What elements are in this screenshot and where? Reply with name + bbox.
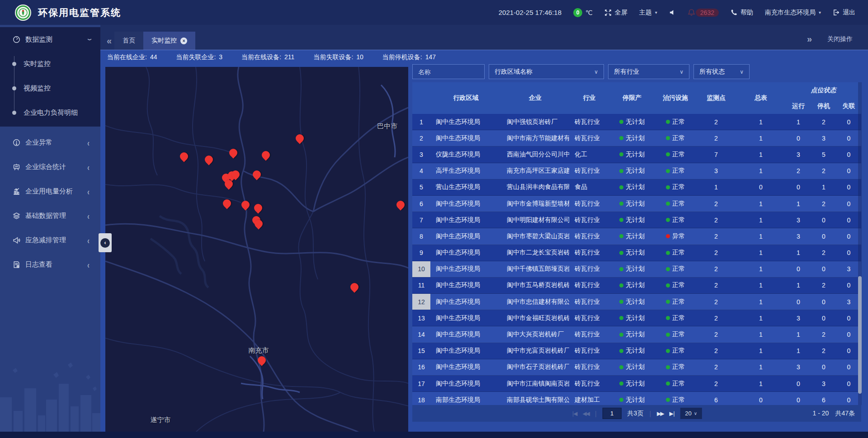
first-page-icon[interactable]: ∣◀ — [571, 410, 576, 417]
status-dot — [666, 398, 670, 402]
help-button[interactable]: 帮助 — [731, 9, 753, 17]
cell-meters: 1 — [736, 167, 786, 174]
region-filter-select[interactable]: 行政区域名称 ∨ — [489, 64, 604, 79]
alert-circle-icon — [13, 139, 20, 146]
cell-meters: 1 — [736, 315, 786, 322]
notification-button[interactable]: 2632 — [688, 9, 719, 17]
cell-facility: 正常 — [655, 298, 696, 306]
sidebar-item-数据监测[interactable]: 数据监测 ‹ — [0, 27, 100, 52]
cell-rownum: 14 — [412, 326, 430, 342]
cell-points: 1 — [696, 184, 736, 191]
cell-stop: 0 — [811, 217, 836, 224]
table-header: 行政区域 企业 行业 停限产 治污设施 监测点 总表 点位状态 运行 停机 失联 — [412, 82, 861, 114]
cell-facility: 正常 — [655, 347, 696, 355]
scrollbar-thumb[interactable] — [858, 276, 862, 394]
sidebar-item-企业用电量分析[interactable]: 企业用电量分析 ‹ — [0, 179, 100, 203]
table-row[interactable]: 13 阆中生态环境局 阆中市金福旺页岩机砖 砖瓦行业 无计划 正常 2 1 3 … — [412, 310, 861, 326]
cell-limit: 无计划 — [609, 347, 655, 355]
name-filter-input[interactable] — [412, 64, 485, 79]
sidebar-subitem-视频监控[interactable]: 视频监控 — [0, 76, 100, 100]
table-row[interactable]: 1 阆中生态环境局 阆中强锐页岩砖厂 砖瓦行业 无计划 正常 2 1 1 2 0 — [412, 114, 861, 130]
cell-industry: 砖瓦行业 — [569, 232, 609, 240]
speaker-mute-button[interactable] — [669, 9, 676, 16]
cell-region: 阆中生态环境局 — [430, 134, 501, 142]
table-row[interactable]: 5 营山生态环境局 营山县润丰肉食品有限 食品 无计划 正常 1 0 0 1 0 — [412, 179, 861, 196]
sidebar-section: 数据监测 ‹ 实时监控 视频监控 企业电力负荷明细 — [0, 27, 100, 127]
cell-facility: 正常 — [655, 216, 696, 224]
cell-meters: 1 — [736, 380, 786, 387]
layers-icon — [13, 212, 20, 220]
fullscreen-button[interactable]: 全屏 — [604, 9, 627, 17]
cell-meters: 1 — [736, 135, 786, 142]
cell-region: 高坪生态环境局 — [430, 167, 501, 175]
theme-menu-button[interactable]: 主题 ▾ — [639, 9, 657, 17]
tabs-scroll-right-icon[interactable]: » — [807, 34, 812, 44]
sidebar-subitem-企业电力负荷明细[interactable]: 企业电力负荷明细 — [0, 100, 100, 125]
sidebar-item-企业异常[interactable]: 企业异常 ‹ — [0, 130, 100, 155]
stat-item: 当前失联企业: 3 — [176, 53, 222, 61]
table-row[interactable]: 11 阆中生态环境局 阆中市五马桥页岩机砖 砖瓦行业 无计划 正常 2 1 1 … — [412, 278, 861, 294]
last-page-icon[interactable]: ▶∣ — [670, 410, 675, 417]
cell-industry: 砖瓦行业 — [569, 363, 609, 371]
total-count-label: 共47条 — [835, 410, 855, 418]
status-dot — [666, 381, 670, 386]
tab-close-icon[interactable]: × — [180, 38, 187, 44]
stat-item: 当前停机设备: 147 — [382, 53, 436, 61]
logout-button[interactable]: 退出 — [833, 9, 855, 17]
sidebar-item-基础数据管理[interactable]: 基础数据管理 ‹ — [0, 203, 100, 228]
sidebar-item-label: 基础数据管理 — [25, 212, 66, 220]
status-dot — [619, 234, 623, 238]
table-row[interactable]: 4 高坪生态环境局 南充市高坪区王家店建 砖瓦行业 无计划 正常 3 1 2 2… — [412, 163, 861, 179]
close-operations-button[interactable]: 关闭操作 — [827, 35, 853, 43]
cell-stop: 2 — [811, 282, 836, 289]
col-industry: 行业 — [569, 82, 609, 114]
page-title: 环保用电监管系统 — [38, 6, 121, 19]
table-row[interactable]: 8 阆中生态环境局 阆中市枣碧大梁山页岩 砖瓦行业 无计划 异常 2 1 3 0… — [412, 228, 861, 245]
org-menu-button[interactable]: 南充市生态环境局 ▾ — [765, 9, 821, 17]
table-row[interactable]: 7 阆中生态环境局 阆中明阳建材有限公司 砖瓦行业 无计划 正常 2 1 3 0… — [412, 212, 861, 228]
table-row[interactable]: 9 阆中生态环境局 阆中市二龙长宝页岩砖 砖瓦行业 无计划 正常 2 1 1 2… — [412, 245, 861, 261]
table-row[interactable]: 17 阆中生态环境局 阆中市江南镇阆南页岩 砖瓦行业 无计划 正常 2 1 0 … — [412, 376, 861, 392]
sidebar-item-企业综合统计[interactable]: 企业综合统计 ‹ — [0, 155, 100, 179]
cell-meters: 0 — [736, 184, 786, 191]
table-row[interactable]: 15 阆中生态环境局 阆中市光富页岩机砖厂 砖瓦行业 无计划 正常 2 1 1 … — [412, 343, 861, 359]
sidebar-subitem-label: 视频监控 — [24, 84, 51, 93]
table-row[interactable]: 3 仪陇生态环境局 西南油气田分公司川中 化工 无计划 正常 7 1 3 5 0 — [412, 146, 861, 163]
table-row[interactable]: 16 阆中生态环境局 阆中市石子页岩机砖厂 砖瓦行业 无计划 正常 2 1 3 … — [412, 359, 861, 376]
chevron-down-icon: ▾ — [819, 10, 821, 15]
cell-lost: 0 — [836, 363, 861, 371]
industry-filter-select[interactable]: 所有行业 ∨ — [608, 64, 689, 79]
prev-page-icon[interactable]: ◀◀ — [582, 410, 589, 417]
table-row[interactable]: 2 阆中生态环境局 阆中市南方节能建材有 砖瓦行业 无计划 正常 2 1 0 3… — [412, 130, 861, 146]
cell-points: 7 — [696, 151, 736, 158]
tabs-scroll-left-icon[interactable]: « — [107, 36, 112, 46]
table-row[interactable]: 14 阆中生态环境局 阆中大兴页岩机砖厂 砖瓦行业 无计划 正常 2 1 1 2… — [412, 326, 861, 343]
cell-points: 2 — [696, 282, 736, 289]
cell-points: 3 — [696, 167, 736, 174]
page-number-input[interactable] — [603, 408, 622, 419]
cell-region: 仪陇生态环境局 — [430, 151, 501, 159]
map-city-label: 巴中市 — [377, 122, 397, 130]
cell-facility: 正常 — [655, 134, 696, 142]
table-row[interactable]: 12 阆中生态环境局 阆中市忠信建材有限公 砖瓦行业 无计划 正常 2 1 0 … — [412, 294, 861, 310]
sidebar-item-应急减排管理[interactable]: 应急减排管理 ‹ — [0, 228, 100, 252]
cell-points: 2 — [696, 347, 736, 354]
panel-collapse-button[interactable]: ‹ — [99, 233, 112, 252]
table-row[interactable]: 18 南部生态环境局 南部县砚华土陶有限公 建材加工 无计划 正常 6 0 0 … — [412, 392, 861, 405]
page-size-select[interactable]: 20 ∨ — [680, 408, 702, 419]
table-row[interactable]: 10 阆中生态环境局 阆中千佛镇五郎垭页岩 砖瓦行业 无计划 正常 2 1 0 … — [412, 261, 861, 278]
cell-lost: 0 — [836, 217, 861, 224]
cell-region: 阆中生态环境局 — [430, 281, 501, 289]
tab-首页[interactable]: 首页 — [114, 32, 143, 50]
tab-实时监控[interactable]: 实时监控 × — [143, 32, 195, 50]
cell-company: 阆中市光富页岩机砖厂 — [501, 347, 569, 355]
cell-company: 阆中市金博瑞新型墙材 — [501, 200, 569, 208]
phone-icon — [731, 9, 737, 16]
cell-industry: 砖瓦行业 — [569, 298, 609, 306]
status-filter-select[interactable]: 所有状态 ∨ — [693, 64, 750, 79]
next-page-icon[interactable]: ▶▶ — [657, 410, 663, 417]
temperature-badge: 0 — [573, 8, 582, 17]
table-row[interactable]: 6 阆中生态环境局 阆中市金博瑞新型墙材 砖瓦行业 无计划 正常 2 1 1 2… — [412, 196, 861, 212]
sidebar-subitem-实时监控[interactable]: 实时监控 — [0, 52, 100, 76]
sidebar-item-日志查看[interactable]: 日志查看 ‹ — [0, 252, 100, 277]
